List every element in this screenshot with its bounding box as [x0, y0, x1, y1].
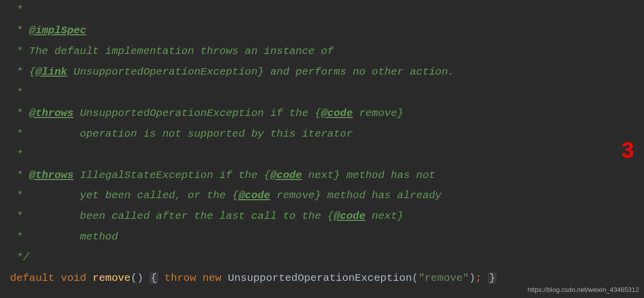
javadoc-line: * {@link UnsupportedOperationException} … [10, 62, 644, 83]
code-tag: @code [334, 210, 366, 222]
javadoc-line: * [10, 145, 644, 165]
javadoc-line: * [10, 83, 644, 103]
close-paren: ) [469, 272, 475, 284]
javadoc-line: * @throws IllegalStateException if the {… [10, 165, 644, 186]
keyword-throw: throw [165, 272, 196, 284]
annotation-number: 3 [622, 129, 634, 172]
javadoc-line: * been called after the last call to the… [10, 206, 644, 227]
javadoc-line: * operation is not supported by this ite… [10, 124, 644, 145]
throws-tag: @throws [29, 107, 74, 119]
method-name: remove [93, 272, 131, 284]
code-tag: @code [239, 190, 270, 201]
javadoc-line: * @throws UnsupportedOperationException … [10, 103, 644, 124]
code-tag: @code [270, 169, 302, 181]
javadoc-line: * [10, 0, 644, 21]
parentheses: () [130, 272, 143, 284]
javadoc-line: * @implSpec [10, 21, 644, 41]
throws-tag: @throws [29, 169, 74, 181]
semicolon: ; [475, 272, 482, 284]
javadoc-line: * yet been called, or the {@code remove}… [10, 186, 644, 206]
close-brace: } [488, 272, 496, 284]
open-brace: { [150, 272, 158, 284]
class-name: UnsupportedOperationException [228, 272, 412, 284]
keyword-new: new [202, 272, 222, 284]
code-editor: * * @implSpec * The default implementati… [0, 0, 644, 289]
open-paren: ( [412, 272, 418, 284]
javadoc-line: * method [10, 227, 644, 248]
link-tag: @link [35, 66, 67, 78]
keyword-void: void [61, 272, 86, 284]
javadoc-line: * The default implementation throws an i… [10, 41, 644, 62]
string-literal: "remove" [418, 272, 469, 284]
watermark-url: https://blog.csdn.net/weixin_43465312 [528, 283, 639, 296]
keyword-default: default [10, 272, 54, 284]
implspec-tag: @implSpec [29, 25, 86, 36]
code-tag: @code [321, 107, 353, 119]
javadoc-end: */ [10, 248, 644, 268]
